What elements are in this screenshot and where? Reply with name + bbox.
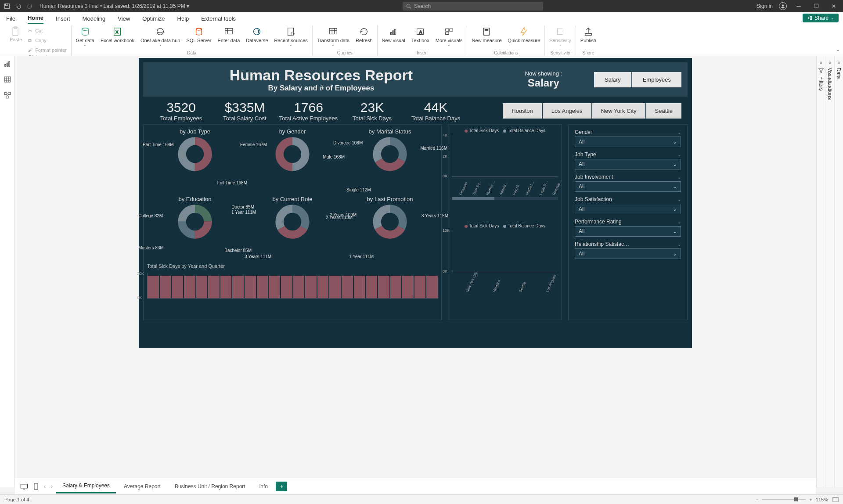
status-bar: Page 1 of 4 − + 115% [0, 494, 843, 504]
model-view-icon[interactable] [4, 91, 11, 99]
save-icon[interactable] [4, 3, 11, 10]
zoom-level[interactable]: 115% [816, 497, 828, 502]
chevron-down-icon[interactable]: ⌄ [677, 197, 681, 202]
refresh-button[interactable]: Refresh [354, 25, 375, 50]
enter-data-button[interactable]: Enter data [216, 25, 242, 50]
filter-relationship-satisfaction-select[interactable]: All⌄ [575, 248, 681, 259]
kpi-total-employees: 3520Total Employees [149, 100, 213, 122]
paste-button[interactable]: Paste [7, 25, 25, 54]
filter-gender-select[interactable]: All⌄ [575, 137, 681, 147]
chevron-down-icon[interactable]: ⌄ [677, 220, 681, 224]
donut-panel: by Job Type Part Time 168M Full Time 168… [143, 124, 442, 320]
menu-help[interactable]: Help [177, 15, 189, 24]
copy-button[interactable]: ⧉Copy [25, 36, 68, 45]
mobile-layout-icon[interactable] [32, 481, 40, 492]
donut-current-role[interactable]: by Current Role 1 Year 111M 2 Years 113M… [245, 196, 340, 262]
chevron-down-icon[interactable]: ⌄ [677, 242, 681, 247]
slicer-employees[interactable]: Employees [632, 72, 681, 87]
menu-view[interactable]: View [118, 15, 130, 24]
tab-average-report[interactable]: Average Report [118, 480, 167, 493]
kpi-active-employees: 1766Total Active Employees [277, 100, 340, 122]
chevron-down-icon[interactable]: ⌄ [677, 175, 681, 180]
donut-job-type[interactable]: by Job Type Part Time 168M Full Time 168… [147, 128, 243, 194]
report-view-icon[interactable] [4, 60, 11, 68]
svg-point-3 [782, 4, 784, 6]
filters-pane[interactable]: « Filters [816, 56, 825, 487]
menu-external-tools[interactable]: External tools [201, 15, 236, 24]
tab-business-unit[interactable]: Business Unit / Region Report [169, 480, 252, 493]
signin-link[interactable]: Sign in [757, 3, 773, 9]
next-page-icon[interactable]: › [49, 483, 54, 490]
menu-insert[interactable]: Insert [56, 15, 70, 24]
filter-job-type-select[interactable]: All⌄ [575, 159, 681, 169]
publish-button[interactable]: Publish [579, 25, 598, 50]
sick-days-bar-chart[interactable]: Total Sick Days by Year and Quarter 20K … [147, 263, 438, 299]
dept-bar-chart[interactable]: Total Sick DaysTotal Balance Days 4K 2K … [452, 128, 558, 221]
recent-sources-button[interactable]: Recent sources⌄ [272, 25, 309, 50]
report-canvas[interactable]: Human Resources Report By Salary and # o… [15, 56, 816, 478]
tab-info[interactable]: info [253, 480, 274, 493]
get-data-button[interactable]: Get data⌄ [74, 25, 96, 50]
chevron-left-icon[interactable]: « [837, 60, 840, 65]
visualizations-pane[interactable]: « Visualizations [825, 56, 834, 487]
filter-job-satisfaction-select[interactable]: All⌄ [575, 204, 681, 214]
zoom-out-icon[interactable]: − [756, 497, 758, 502]
city-new-york[interactable]: New York City [592, 103, 645, 119]
city-houston[interactable]: Houston [503, 103, 541, 119]
data-pane[interactable]: « Data [834, 56, 843, 487]
desktop-layout-icon[interactable] [18, 482, 30, 491]
donut-marital-status[interactable]: by Marital Status Divorced 108M Married … [342, 128, 438, 194]
sensitivity-button[interactable]: Sensitivity⌄ [548, 25, 573, 50]
prev-page-icon[interactable]: ‹ [42, 483, 47, 490]
svg-rect-54 [833, 497, 838, 501]
donut-last-promotion[interactable]: by Last Promotion 2 Years 109M 3 Years 1… [342, 196, 438, 262]
chart-scrollbar[interactable] [452, 197, 558, 200]
donut-education[interactable]: by Education College 82M Doctor 85M Mast… [147, 196, 243, 262]
maximize-icon[interactable]: ❐ [811, 3, 822, 9]
transform-data-button[interactable]: Transform data⌄ [315, 25, 351, 50]
sql-server-button[interactable]: SQL Server [184, 25, 213, 50]
close-icon[interactable]: ✕ [828, 3, 839, 9]
profile-icon[interactable] [779, 2, 787, 10]
search-input[interactable]: Search [403, 2, 543, 11]
new-measure-button[interactable]: New measure [470, 25, 503, 50]
city-bar-chart[interactable]: Total Sick DaysTotal Balance Days 10K 0K… [452, 223, 558, 316]
city-los-angeles[interactable]: Los Angeles [543, 103, 591, 119]
zoom-slider[interactable] [762, 499, 806, 500]
onelake-button[interactable]: OneLake data hub⌄ [139, 25, 182, 50]
zoom-in-icon[interactable]: + [809, 497, 812, 502]
more-visuals-button[interactable]: More visuals⌄ [434, 25, 465, 50]
format-painter-button[interactable]: 🖌Format painter [25, 46, 68, 54]
dataverse-button[interactable]: Dataverse [244, 25, 270, 50]
data-view-icon[interactable] [4, 76, 11, 83]
filter-job-involvement-select[interactable]: All⌄ [575, 181, 681, 192]
svg-rect-34 [6, 96, 8, 98]
menu-modeling[interactable]: Modeling [83, 15, 106, 24]
svg-rect-53 [34, 483, 38, 489]
text-box-button[interactable]: AText box [410, 25, 431, 50]
slicer-salary[interactable]: Salary [594, 72, 631, 87]
tab-salary-employees[interactable]: Salary & Employees [56, 479, 116, 493]
share-button[interactable]: Share ⌄ [803, 14, 839, 22]
menu-home[interactable]: Home [28, 14, 43, 24]
chevron-down-icon[interactable]: ⌄ [677, 130, 681, 135]
quick-measure-button[interactable]: Quick measure [506, 25, 542, 50]
chevron-left-icon[interactable]: « [820, 60, 822, 65]
filter-performance-rating-select[interactable]: All⌄ [575, 226, 681, 237]
menu-optimize[interactable]: Optimize [142, 15, 165, 24]
excel-workbook-button[interactable]: XExcel workbook [99, 25, 136, 50]
cut-button[interactable]: ✂Cut [25, 26, 68, 35]
add-page-button[interactable]: + [276, 482, 287, 491]
city-seattle[interactable]: Seattle [646, 103, 681, 119]
chevron-down-icon[interactable]: ⌄ [677, 152, 681, 157]
undo-icon[interactable] [15, 3, 22, 10]
new-visual-button[interactable]: New visual [380, 25, 407, 50]
menu-file[interactable]: File [6, 15, 15, 24]
donut-gender[interactable]: by Gender Female 167M Male 168M [245, 128, 340, 194]
redo-icon[interactable] [26, 3, 33, 10]
minimize-icon[interactable]: ─ [793, 3, 804, 9]
fit-page-icon[interactable] [832, 497, 839, 502]
svg-rect-32 [4, 92, 7, 94]
chevron-left-icon[interactable]: « [829, 60, 831, 65]
ribbon-collapse-icon[interactable]: ˄ [837, 49, 839, 55]
